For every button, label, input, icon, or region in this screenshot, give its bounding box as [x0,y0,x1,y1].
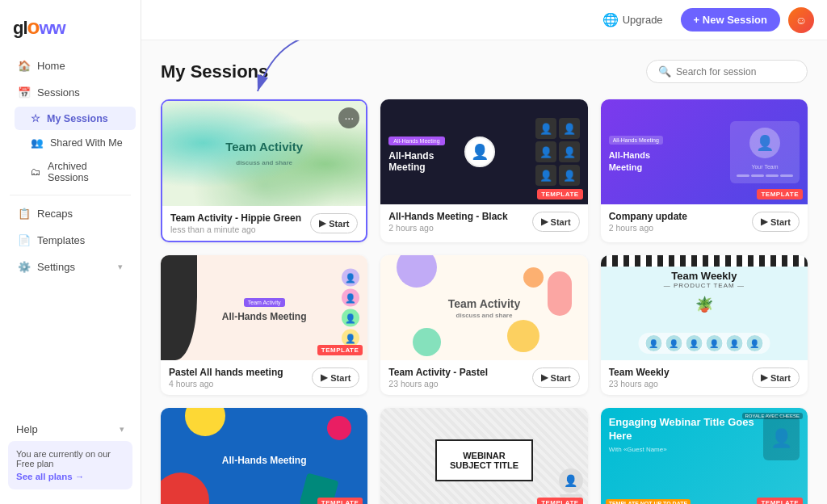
blob-decoration [413,328,441,356]
card-title: Team Weekly [609,367,670,378]
start-button[interactable]: ▶ Start [532,212,580,232]
logo-dot: o [27,15,40,39]
see-plans-link[interactable]: See all plans → [16,472,84,481]
chevron-down-icon: ▾ [120,424,124,435]
home-icon: 🏠 [18,60,31,72]
session-card[interactable]: All-Hands Meeting TEMPLATE All-Hands Mee… [161,408,367,504]
session-card[interactable]: Team Activitydiscuss and share ··· Team … [161,99,367,242]
session-card[interactable]: Team Activity All-Hands Meeting 👤 👤 👤 👤 … [161,255,367,395]
help-item[interactable]: Help ▾ [8,418,132,441]
star-icon: ☆ [31,112,40,124]
sidebar-item-archived-sessions[interactable]: 🗂 Archived Sessions [15,155,136,189]
blob-decoration [161,472,209,504]
card-footer: All-Hands Meeting - Black 2 hours ago ▶ … [380,204,587,239]
sidebar-item-shared-with-me[interactable]: 👥 Shared With Me [15,131,136,154]
card-time: 2 hours ago [388,223,507,233]
blob-decoration [185,408,225,436]
free-plan-text: You are currently on our Free plan [16,449,124,468]
avatar: 👤 [342,289,359,307]
sidebar-item-label: Settings [37,261,75,273]
card-info: Team Activity - Pastel 23 hours ago [388,367,488,388]
upgrade-button[interactable]: 🌐 Upgrade [593,7,673,32]
new-session-button[interactable]: + New Session [681,8,780,32]
start-button[interactable]: ▶ Start [312,368,359,388]
session-card[interactable]: Team Weekly — PRODUCT TEAM — 🪴 👤 👤 👤 👤 👤… [601,255,808,395]
sidebar-item-my-sessions[interactable]: ☆ My Sessions [15,107,136,130]
sidebar-item-templates[interactable]: 📄 Templates [5,228,136,253]
sidebar-divider [10,195,131,195]
card-thumb-content: All-Hands Meeting All-HandsMeeting [609,131,724,173]
card-time: less than a minute ago [170,225,301,234]
card-thumbnail: All-Hands Meeting TEMPLATE [161,408,367,504]
session-card[interactable]: All-Hands Meeting All-HandsMeeting 👤 👤 👤… [380,99,587,242]
start-button[interactable]: ▶ Start [752,212,800,232]
play-icon: ▶ [541,216,548,227]
card-thumb-title: WEBINARSUBJECT TITLE [450,451,518,470]
card-thumbnail: Team Activity discuss and share [380,255,587,360]
avatar: 👤 [705,334,723,352]
sidebar-item-recaps[interactable]: 📋 Recaps [5,201,136,226]
session-card[interactable]: All-Hands Meeting All-HandsMeeting 👤 You… [601,99,808,242]
checker-decoration [601,255,808,267]
template-badge: TEMPLATE [537,189,583,200]
card-footer: Pastel All hands meeting 4 hours ago ▶ S… [161,360,367,395]
start-button[interactable]: ▶ Start [752,368,800,388]
session-card[interactable]: Engaging Webinar Title Goes Here With «G… [601,408,808,504]
session-card[interactable]: Team Activity discuss and share Team Act… [380,255,587,395]
sessions-subnav: ☆ My Sessions 👥 Shared With Me 🗂 Archive… [0,106,141,190]
card-thumb-avatars: 👤 👤 👤 👤 👤 👤 [535,118,580,186]
card-footer: Team Activity - Pastel 23 hours ago ▶ St… [380,360,587,395]
start-label: Start [770,217,791,227]
line-decoration [560,494,582,497]
sidebar-item-home[interactable]: 🏠 Home [5,53,136,78]
card-thumb-content: Engaging Webinar Title Goes Here With «G… [609,416,757,453]
card-thumb-content: All-Hands Meeting All-HandsMeeting [388,132,527,173]
search-input[interactable] [676,66,796,78]
card-thumb-title: All-Hands Meeting [222,311,307,322]
blob-decoration [507,320,539,352]
sidebar-item-sessions[interactable]: 📅 Sessions [5,80,136,105]
card-thumb-title: All-HandsMeeting [609,149,724,173]
logo: gloww [0,10,141,52]
avatar: 👤 [559,141,580,162]
webinar-content: WEBINARSUBJECT TITLE [435,439,533,481]
avatar: 👤 [535,118,556,139]
sessions-icon: 📅 [18,86,31,99]
session-card[interactable]: WEBINARSUBJECT TITLE 👤 TEMPLATE Webinar … [380,408,587,504]
logo-gl: gl [13,18,27,38]
sidebar-item-settings[interactable]: ⚙️ Settings ▾ [5,254,136,279]
user-avatar-button[interactable]: ☺ [788,7,814,33]
webinar-avatar-area: 👤 [559,468,583,501]
start-button[interactable]: ▶ Start [532,368,580,388]
start-button[interactable]: ▶ Start [310,213,358,233]
more-options-button[interactable]: ··· [338,107,359,128]
card-thumb-content: Team Activity discuss and share [448,297,520,319]
dot [737,174,749,177]
card-thumb-content: Team Activity All-Hands Meeting [222,293,307,322]
card-thumbnail: Team Activitydiscuss and share ··· [162,101,366,206]
card-info: Company update 2 hours ago [609,211,687,233]
sidebar-item-label: Recaps [37,208,73,220]
card-thumb-right: 👤 Your Team [730,121,800,183]
avatar: 👤 [559,165,580,186]
card-thumb-subtitle: discuss and share [448,312,520,319]
card-thumb-text: Team Activitydiscuss and share [225,140,303,167]
card-title: All-Hands Meeting - Black [388,211,507,222]
avatar: 👤 [665,334,682,352]
search-box[interactable]: 🔍 [646,60,808,83]
start-label: Start [330,373,351,383]
search-icon: 🔍 [658,65,671,78]
card-time: 2 hours ago [609,223,687,233]
page-title: My Sessions [161,61,268,82]
template-badge: TEMPLATE [317,498,363,504]
card-footer: Team Activity - Hippie Green less than a… [162,206,366,241]
play-icon: ▶ [321,372,327,383]
card-thumbnail: Engaging Webinar Title Goes Here With «G… [601,408,808,504]
archive-icon: 🗂 [31,166,41,178]
card-thumb-subtitle: — PRODUCT TEAM — [664,282,745,289]
avatar: 👤 [749,128,780,158]
card-thumb-title: Engaging Webinar Title Goes Here [609,416,757,443]
template-badge: TEMPLATE [317,345,363,355]
sidebar-item-label: Sessions [37,86,80,99]
start-label: Start [329,219,349,229]
